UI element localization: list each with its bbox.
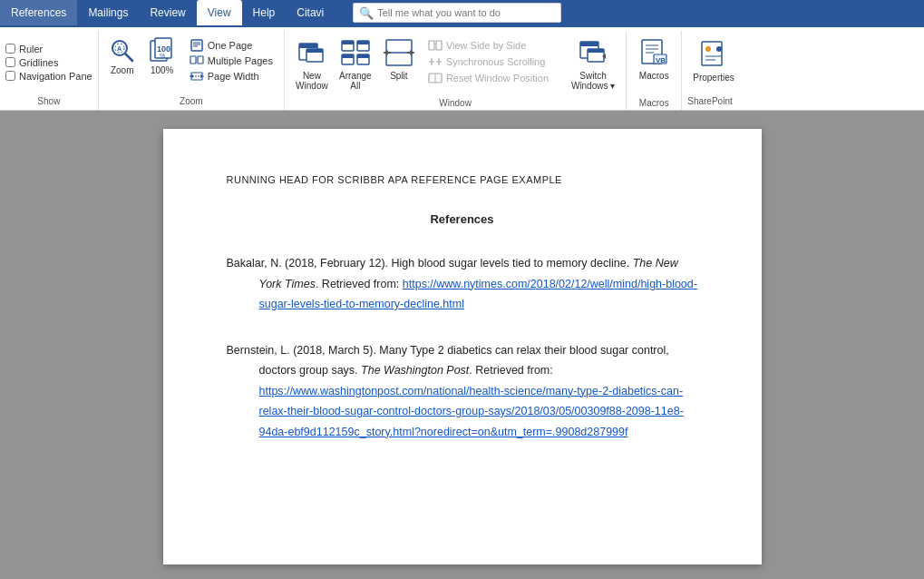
svg-line-2 xyxy=(125,54,132,61)
tab-help[interactable]: Help xyxy=(242,0,287,25)
zoom-group-label: Zoom xyxy=(180,93,203,106)
one-page-label: One Page xyxy=(208,40,253,51)
ribbon-group-macros: VB Macros Macros xyxy=(627,31,682,110)
ref1-text-after: . Retrieved from: xyxy=(316,278,403,290)
view-side-by-side-icon xyxy=(428,39,443,52)
svg-rect-36 xyxy=(429,41,434,50)
view-side-by-side-label: View Side by Side xyxy=(446,40,526,51)
svg-rect-37 xyxy=(436,41,442,50)
svg-rect-29 xyxy=(357,54,369,58)
ruler-label: Ruler xyxy=(19,44,43,54)
tab-references[interactable]: References xyxy=(0,0,77,25)
macros-button[interactable]: VB Macros xyxy=(632,33,676,84)
search-input[interactable] xyxy=(377,7,555,18)
arrange-all-label: ArrangeAll xyxy=(339,71,372,91)
nav-pane-checkbox-input[interactable] xyxy=(5,71,15,81)
document-page: RUNNING HEAD FOR SCRIBBR APA REFERENCE P… xyxy=(163,129,762,564)
tab-citavi[interactable]: Citavi xyxy=(286,0,335,25)
svg-rect-25 xyxy=(357,41,369,44)
window-group-label: Window xyxy=(439,94,472,108)
zoom-button-label: Zoom xyxy=(111,65,134,75)
zoom-percent-button[interactable]: 100 % 100% xyxy=(144,34,180,77)
gridlines-checkbox-input[interactable] xyxy=(5,57,15,67)
svg-text:%: % xyxy=(160,53,165,59)
reset-window-icon xyxy=(428,72,443,84)
search-bar[interactable]: 🔍 xyxy=(353,3,561,23)
one-page-button[interactable]: One Page xyxy=(186,38,277,53)
zoom-percent-label: 100% xyxy=(151,65,174,75)
svg-point-57 xyxy=(716,46,722,52)
svg-rect-21 xyxy=(306,49,323,53)
properties-label: Properties xyxy=(693,73,734,83)
ref1-text-before: Bakalar, N. (2018, February 12). High bl… xyxy=(227,257,633,270)
tab-view[interactable]: View xyxy=(197,0,242,25)
nav-pane-label: Navigation Pane xyxy=(19,71,92,82)
page-width-button[interactable]: Page Width xyxy=(186,69,277,83)
svg-rect-45 xyxy=(580,42,598,46)
sync-scrolling-icon xyxy=(428,55,443,68)
nav-pane-checkbox[interactable]: Navigation Pane xyxy=(5,71,92,82)
properties-icon xyxy=(697,38,730,71)
arrange-all-icon xyxy=(339,36,372,69)
running-head: RUNNING HEAD FOR SCRIBBR APA REFERENCE P… xyxy=(227,174,698,185)
ribbon-tab-bar: References Mailings Review View Help Cit… xyxy=(0,0,924,27)
new-window-button[interactable]: NewWindow xyxy=(290,33,334,94)
view-side-by-side-button[interactable]: View Side by Side xyxy=(424,38,562,53)
gridlines-checkbox[interactable]: Gridlines xyxy=(5,57,92,68)
zoom-icon: A xyxy=(108,36,137,65)
svg-rect-12 xyxy=(190,56,196,64)
page-title: References xyxy=(227,212,698,226)
new-window-label: NewWindow xyxy=(296,71,328,91)
macros-label: Macros xyxy=(639,71,669,81)
tab-mailings[interactable]: Mailings xyxy=(77,0,139,25)
split-icon xyxy=(383,36,415,69)
ruler-checkbox-input[interactable] xyxy=(5,44,15,54)
reset-window-button[interactable]: Reset Window Position xyxy=(424,71,562,85)
multiple-pages-icon xyxy=(190,54,204,67)
svg-rect-8 xyxy=(191,40,202,51)
ruler-checkbox[interactable]: Ruler xyxy=(5,44,92,54)
gridlines-label: Gridlines xyxy=(19,57,58,68)
tab-review[interactable]: Review xyxy=(139,0,196,25)
reference-entry-1: Bakalar, N. (2018, February 12). High bl… xyxy=(227,253,698,315)
svg-rect-23 xyxy=(342,41,354,44)
split-button[interactable]: Split xyxy=(377,33,421,84)
ribbon-group-window: NewWindow ArrangeAll xyxy=(285,31,627,110)
switch-windows-icon xyxy=(577,36,609,69)
ribbon-group-sharepoint: Properties SharePoint xyxy=(682,31,745,110)
ribbon-group-zoom: A Zoom 100 % 100% xyxy=(99,31,285,110)
page-width-icon xyxy=(190,70,204,83)
search-icon: 🔍 xyxy=(359,6,374,20)
zoom-percent-icon: 100 % xyxy=(148,36,177,65)
ref2-text-after: . Retrieved from: xyxy=(469,364,552,377)
one-page-icon xyxy=(190,39,204,52)
switch-windows-label: SwitchWindows ▾ xyxy=(571,71,615,91)
sync-scrolling-label: Synchronous Scrolling xyxy=(446,56,545,67)
document-area: RUNNING HEAD FOR SCRIBBR APA REFERENCE P… xyxy=(0,111,924,579)
zoom-button[interactable]: A Zoom xyxy=(104,34,141,77)
arrange-all-button[interactable]: ArrangeAll xyxy=(334,33,377,94)
svg-rect-27 xyxy=(342,54,354,58)
split-label: Split xyxy=(390,71,407,81)
ribbon-group-show: Ruler Gridlines Navigation Pane Show xyxy=(0,31,99,110)
multiple-pages-button[interactable]: Multiple Pages xyxy=(186,54,277,68)
multiple-pages-label: Multiple Pages xyxy=(208,55,273,66)
switch-windows-button[interactable]: SwitchWindows ▾ xyxy=(566,33,620,94)
show-group-label: Show xyxy=(37,93,60,106)
svg-rect-19 xyxy=(299,44,317,48)
svg-rect-55 xyxy=(702,42,722,65)
ref2-italic: The Washington Post xyxy=(361,364,469,377)
macros-group-label: Macros xyxy=(639,94,669,108)
sharepoint-group-label: SharePoint xyxy=(687,93,732,106)
properties-button[interactable]: Properties xyxy=(687,34,740,86)
new-window-icon xyxy=(296,36,328,69)
page-width-label: Page Width xyxy=(208,71,259,82)
sync-scrolling-button[interactable]: Synchronous Scrolling xyxy=(424,54,562,69)
svg-rect-47 xyxy=(588,49,604,53)
svg-rect-13 xyxy=(198,56,203,64)
reset-window-label: Reset Window Position xyxy=(446,73,549,83)
svg-text:A: A xyxy=(117,45,122,52)
ribbon: Ruler Gridlines Navigation Pane Show xyxy=(0,27,924,111)
macros-icon: VB xyxy=(637,36,670,69)
ref2-link[interactable]: https://www.washingtonpost.com/national/… xyxy=(259,385,684,438)
